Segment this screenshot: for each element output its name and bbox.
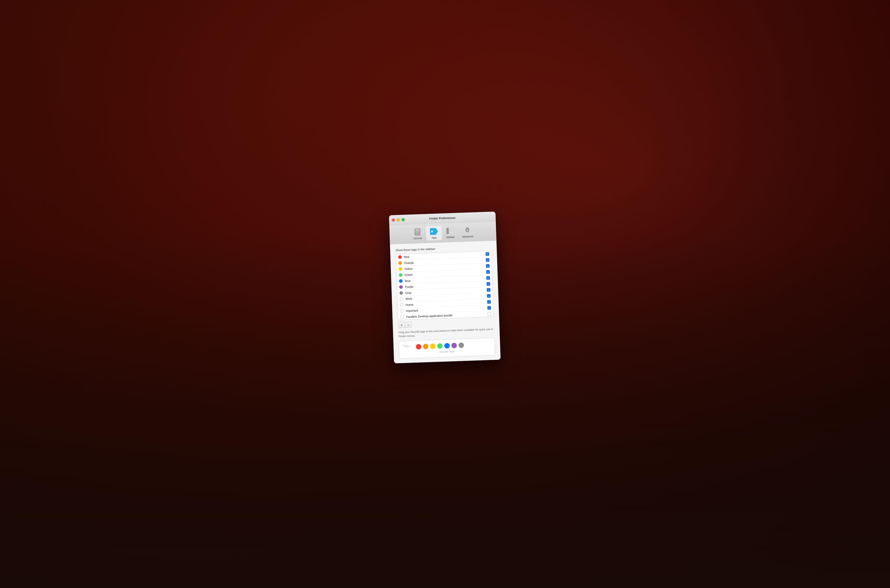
maximize-button[interactable]: [401, 218, 404, 221]
minimize-button[interactable]: [397, 218, 400, 221]
tag-checkbox[interactable]: [486, 258, 489, 262]
tag-checkbox[interactable]: [486, 276, 490, 280]
remove-tag-button[interactable]: –: [405, 322, 412, 328]
tag-checkbox[interactable]: [486, 270, 490, 274]
drag-hint: Drag your favorite tags to the area belo…: [398, 327, 495, 338]
tag-dot: [400, 309, 404, 313]
tab-sidebar-label: Sidebar: [446, 236, 454, 238]
add-tag-button[interactable]: +: [398, 322, 405, 328]
favorite-tags-area[interactable]: Tags... Favorite Tags: [398, 338, 495, 358]
close-button[interactable]: [392, 218, 395, 221]
sidebar-icon: [446, 226, 454, 235]
section-title: Show these tags in the sidebar:: [395, 245, 492, 252]
favorite-dot: [444, 343, 450, 348]
tag-dot: [398, 261, 402, 265]
tab-general-label: General: [413, 237, 422, 240]
tag-checkbox[interactable]: [487, 294, 491, 298]
favorite-dot: [430, 344, 436, 349]
gear-icon: [463, 226, 471, 234]
tag-checkbox[interactable]: [487, 282, 490, 286]
favorite-dot: [437, 343, 443, 349]
tag-checkbox[interactable]: [487, 288, 490, 292]
favorite-tags-placeholder: Tags...: [403, 344, 411, 347]
tab-sidebar[interactable]: Sidebar: [442, 225, 458, 240]
tag-checkbox[interactable]: [487, 306, 491, 310]
tag-dot: [399, 279, 403, 283]
tag-dot: [398, 267, 402, 271]
hdd-icon: [413, 228, 421, 236]
favorite-dots: [416, 342, 464, 350]
toolbar: General Tags: [389, 221, 496, 244]
tag-icon: [430, 227, 438, 236]
favorite-dot: [423, 344, 428, 349]
traffic-lights: [392, 218, 404, 221]
favorite-dot: [416, 344, 421, 350]
tag-checkbox[interactable]: [488, 312, 492, 316]
svg-rect-8: [446, 228, 449, 234]
svg-point-4: [417, 233, 418, 234]
window-container: Finder Preferences General: [0, 0, 890, 588]
favorite-tags-top-row: Tags...: [403, 341, 491, 350]
finder-preferences-window: Finder Preferences General: [389, 212, 501, 363]
tag-checkbox[interactable]: [486, 252, 489, 256]
svg-marker-5: [430, 228, 438, 235]
favorite-dot: [459, 342, 464, 348]
tab-general[interactable]: General: [409, 226, 425, 241]
tab-advanced[interactable]: Advanced: [459, 225, 476, 239]
content-area: Show these tags in the sidebar: RedOrang…: [390, 240, 501, 363]
tag-dot: [399, 273, 403, 277]
tag-dot: [399, 291, 403, 295]
add-remove-buttons: + –: [398, 322, 412, 328]
tag-dot: [398, 255, 402, 259]
favorite-dot: [451, 343, 457, 348]
tag-dot: [400, 297, 403, 301]
tag-checkbox[interactable]: [487, 300, 491, 304]
tag-dot: [399, 285, 403, 289]
tag-dot: [400, 303, 403, 307]
bottom-controls: + –: [398, 319, 494, 328]
tab-advanced-label: Advanced: [462, 235, 473, 238]
tag-dot: [400, 315, 404, 319]
tab-tags[interactable]: Tags: [426, 226, 442, 240]
tags-list: RedOrangeYellowGreenBluePurpleGrayWorkHo…: [396, 250, 494, 320]
tab-tags-label: Tags: [431, 236, 437, 239]
tag-checkbox[interactable]: [486, 264, 490, 268]
window-title: Finder Preferences: [429, 216, 456, 220]
